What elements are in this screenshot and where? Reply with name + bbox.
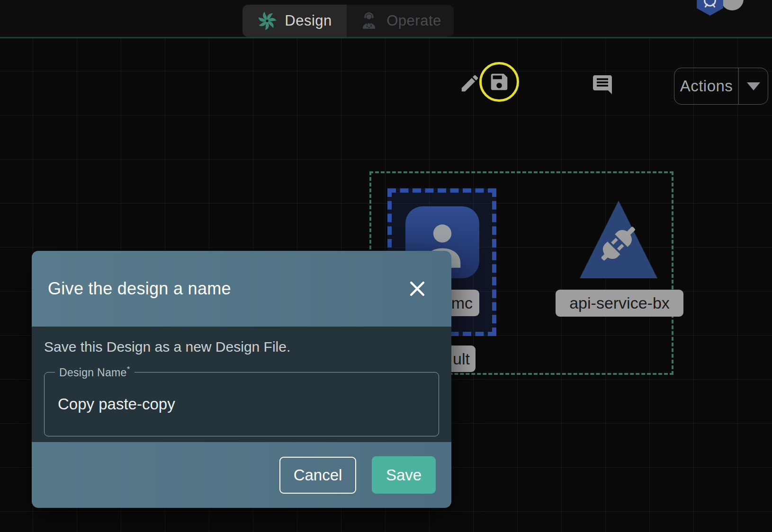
- dialog-header: Give the design a name: [32, 251, 451, 327]
- dialog-title: Give the design a name: [48, 279, 231, 299]
- design-name-input[interactable]: [45, 372, 439, 436]
- kubernetes-context-badge-icon[interactable]: [694, 0, 726, 16]
- top-app-bar: Design Operate: [0, 0, 772, 38]
- dialog-footer: Cancel Save: [32, 442, 451, 508]
- close-icon: [407, 278, 428, 300]
- required-asterisk: *: [127, 365, 130, 374]
- actions-split-button[interactable]: Actions: [674, 68, 768, 105]
- dialog-close-button[interactable]: [404, 275, 431, 302]
- edit-pencil-icon: [459, 72, 481, 94]
- api-service-label-text: api-service-bx: [569, 294, 670, 312]
- actions-button-label[interactable]: Actions: [674, 68, 738, 104]
- tab-design-label: Design: [285, 12, 332, 29]
- cancel-button[interactable]: Cancel: [279, 457, 356, 494]
- user-node-label-text: mc: [451, 294, 473, 312]
- save-confirm-button[interactable]: Save: [372, 456, 436, 494]
- dialog-body: Save this Design as a new Design File. D…: [32, 327, 451, 442]
- mode-tabs: Design Operate: [242, 5, 454, 37]
- api-service-node-label: api-service-bx: [556, 290, 683, 317]
- design-name-field: Design Name*: [44, 372, 439, 436]
- plug-connector-icon: [596, 221, 641, 266]
- tab-operate-label: Operate: [386, 12, 441, 29]
- save-button-highlighted[interactable]: [479, 62, 519, 102]
- tab-design[interactable]: Design: [242, 5, 347, 37]
- operate-headset-icon: [359, 11, 379, 31]
- chevron-down-icon: [747, 82, 760, 90]
- user-node-namespace-text: ult: [453, 350, 470, 368]
- save-design-dialog: Give the design a name Save this Design …: [32, 251, 451, 508]
- app-window: Design Operate: [0, 0, 772, 532]
- tab-operate[interactable]: Operate: [347, 5, 454, 37]
- design-name-field-label: Design Name*: [55, 365, 135, 379]
- design-name-label-text: Design Name: [59, 366, 127, 379]
- save-floppy-icon: [488, 71, 510, 93]
- comment-icon: [591, 73, 614, 96]
- meshery-logo-icon: [257, 11, 277, 31]
- comment-button[interactable]: [588, 71, 617, 99]
- actions-dropdown-toggle[interactable]: [739, 68, 768, 104]
- dialog-description: Save this Design as a new Design File.: [44, 339, 439, 355]
